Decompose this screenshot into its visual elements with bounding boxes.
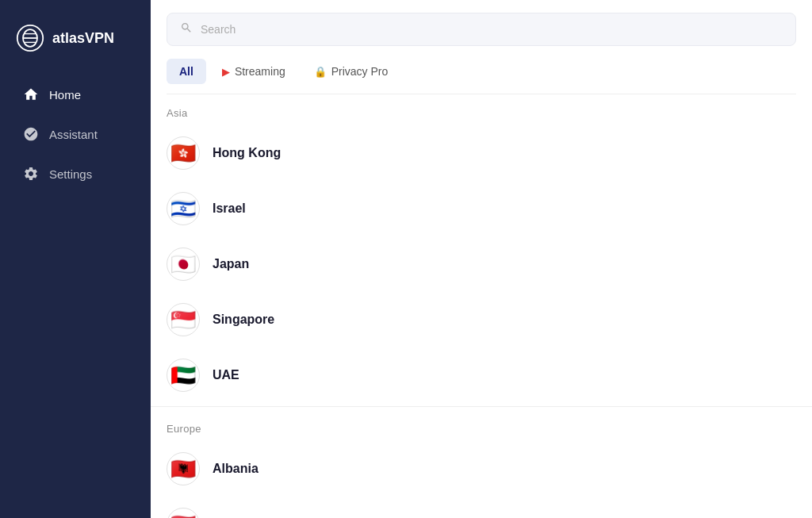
privacy-pro-icon: 🔒 bbox=[314, 66, 327, 78]
country-name-sg: Singapore bbox=[213, 313, 274, 327]
country-item-at[interactable]: 🇦🇹Austria bbox=[151, 497, 812, 518]
country-item-hk[interactable]: 🇭🇰Hong Kong bbox=[151, 125, 812, 181]
filter-tabs: All ▶ Streaming 🔒 Privacy Pro bbox=[167, 59, 796, 94]
country-flag-ae: 🇦🇪 bbox=[167, 359, 200, 392]
region-divider bbox=[151, 406, 812, 407]
settings-icon bbox=[22, 165, 40, 182]
streaming-icon: ▶ bbox=[222, 66, 230, 78]
country-flag-jp: 🇯🇵 bbox=[167, 247, 200, 281]
sidebar-item-settings-label: Settings bbox=[49, 167, 92, 181]
country-flag-al: 🇦🇱 bbox=[167, 452, 200, 485]
country-item-ae[interactable]: 🇦🇪UAE bbox=[151, 347, 812, 403]
search-input[interactable] bbox=[201, 23, 783, 36]
country-name-ae: UAE bbox=[213, 368, 239, 382]
country-name-hk: Hong Kong bbox=[213, 146, 281, 160]
sidebar-navigation: Home Assistant Settings bbox=[0, 76, 151, 192]
countries-list: Asia🇭🇰Hong Kong🇮🇱Israel🇯🇵Japan🇸🇬Singapor… bbox=[151, 94, 812, 518]
tab-privacy-pro[interactable]: 🔒 Privacy Pro bbox=[301, 59, 401, 84]
search-bar bbox=[167, 13, 796, 46]
country-name-il: Israel bbox=[213, 201, 246, 216]
logo-icon bbox=[16, 24, 44, 52]
region-header-europe: Europe bbox=[151, 410, 812, 441]
country-name-jp: Japan bbox=[213, 257, 249, 271]
content-area: All ▶ Streaming 🔒 Privacy Pro Asia🇭🇰Hong… bbox=[151, 0, 812, 518]
tab-all-label: All bbox=[179, 65, 193, 78]
sidebar-item-home[interactable]: Home bbox=[6, 76, 144, 113]
top-section: All ▶ Streaming 🔒 Privacy Pro bbox=[151, 0, 812, 94]
sidebar-item-assistant-label: Assistant bbox=[49, 128, 98, 141]
country-flag-at: 🇦🇹 bbox=[167, 508, 200, 518]
country-item-il[interactable]: 🇮🇱Israel bbox=[151, 181, 812, 236]
region-header-asia: Asia bbox=[151, 94, 812, 125]
sidebar-item-settings[interactable]: Settings bbox=[6, 155, 144, 192]
tab-privacy-pro-label: Privacy Pro bbox=[331, 65, 389, 78]
country-flag-sg: 🇸🇬 bbox=[167, 303, 200, 336]
assistant-icon bbox=[22, 125, 40, 143]
country-item-al[interactable]: 🇦🇱Albania bbox=[151, 441, 812, 497]
home-icon bbox=[22, 86, 40, 103]
tab-all[interactable]: All bbox=[167, 59, 206, 84]
logo: atlasVPN bbox=[0, 16, 151, 76]
country-item-sg[interactable]: 🇸🇬Singapore bbox=[151, 292, 812, 347]
main-content: All ▶ Streaming 🔒 Privacy Pro Asia🇭🇰Hong… bbox=[151, 0, 812, 518]
country-item-jp[interactable]: 🇯🇵Japan bbox=[151, 236, 812, 292]
country-name-al: Albania bbox=[213, 462, 259, 476]
sidebar: atlasVPN Home Assistant Settings bbox=[0, 0, 151, 518]
tab-streaming-label: Streaming bbox=[235, 65, 285, 78]
country-flag-il: 🇮🇱 bbox=[167, 192, 200, 225]
logo-text: atlasVPN bbox=[52, 30, 114, 47]
sidebar-item-home-label: Home bbox=[49, 88, 81, 102]
country-flag-hk: 🇭🇰 bbox=[167, 136, 200, 170]
sidebar-item-assistant[interactable]: Assistant bbox=[6, 116, 144, 152]
search-icon bbox=[180, 21, 193, 37]
tab-streaming[interactable]: ▶ Streaming bbox=[209, 59, 298, 84]
